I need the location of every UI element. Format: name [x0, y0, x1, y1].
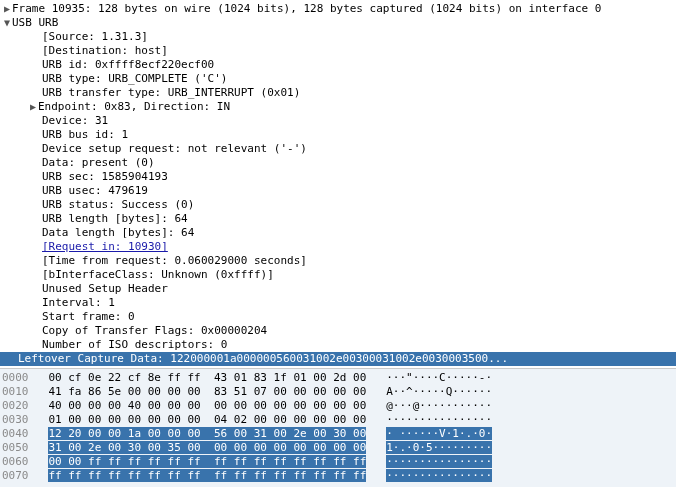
packet-details-tree[interactable]: Frame 10935: 128 bytes on wire (1024 bit…: [0, 0, 676, 368]
destination-row[interactable]: [Destination: host]: [0, 44, 676, 58]
hex-row[interactable]: 0060 00 00 ff ff ff ff ff ff ff ff ff ff…: [2, 455, 676, 469]
urb-id-row[interactable]: URB id: 0xffff8ecf220ecf00: [0, 58, 676, 72]
hex-row[interactable]: 0050 31 00 2e 00 30 00 35 00 00 00 00 00…: [2, 441, 676, 455]
hex-ascii: 1·.·0·5·········: [386, 441, 492, 454]
hex-ascii: ················: [386, 455, 492, 468]
num-iso-row[interactable]: Number of ISO descriptors: 0: [0, 338, 676, 352]
hex-ascii: @···@···········: [386, 399, 492, 412]
data-present-row[interactable]: Data: present (0): [0, 156, 676, 170]
hex-bytes[interactable]: ff ff ff ff ff ff ff ff ff ff ff ff ff f…: [48, 469, 366, 482]
urb-status-row[interactable]: URB status: Success (0): [0, 198, 676, 212]
copy-flags-row[interactable]: Copy of Transfer Flags: 0x00000204: [0, 324, 676, 338]
hex-ascii: ···"····C·····-·: [386, 371, 492, 384]
hex-bytes[interactable]: 41 fa 86 5e 00 00 00 00 83 51 07 00 00 0…: [48, 385, 366, 398]
time-from-request-row[interactable]: [Time from request: 0.060029000 seconds]: [0, 254, 676, 268]
usb-urb-row[interactable]: USB URB: [0, 16, 676, 30]
frame-summary: Frame 10935: 128 bytes on wire (1024 bit…: [12, 2, 601, 15]
start-frame-row[interactable]: Start frame: 0: [0, 310, 676, 324]
hex-row[interactable]: 0010 41 fa 86 5e 00 00 00 00 83 51 07 00…: [2, 385, 676, 399]
urb-usec-row[interactable]: URB usec: 479619: [0, 184, 676, 198]
hex-offset: 0010: [2, 385, 29, 398]
hex-row[interactable]: 0070 ff ff ff ff ff ff ff ff ff ff ff ff…: [2, 469, 676, 483]
urb-length-row[interactable]: URB length [bytes]: 64: [0, 212, 676, 226]
interval-row[interactable]: Interval: 1: [0, 296, 676, 310]
hex-bytes[interactable]: 01 00 00 00 00 00 00 00 04 02 00 00 00 0…: [48, 413, 366, 426]
hex-offset: 0040: [2, 427, 29, 440]
hex-bytes[interactable]: 00 00 ff ff ff ff ff ff ff ff ff ff ff f…: [48, 455, 366, 468]
hex-ascii: ················: [386, 413, 492, 426]
source-row[interactable]: [Source: 1.31.3]: [0, 30, 676, 44]
urb-type-row[interactable]: URB type: URB_COMPLETE ('C'): [0, 72, 676, 86]
request-in-link[interactable]: [Request in: 10930]: [42, 240, 168, 253]
hex-offset: 0000: [2, 371, 29, 384]
leftover-data-row[interactable]: Leftover Capture Data: 122000001a0000005…: [0, 352, 676, 366]
hex-bytes[interactable]: 31 00 2e 00 30 00 35 00 00 00 00 00 00 0…: [48, 441, 366, 454]
urb-sec-row[interactable]: URB sec: 1585904193: [0, 170, 676, 184]
endpoint-row[interactable]: Endpoint: 0x83, Direction: IN: [0, 100, 676, 114]
expand-icon[interactable]: [28, 100, 38, 114]
unused-setup-row[interactable]: Unused Setup Header: [0, 282, 676, 296]
expand-icon[interactable]: [2, 2, 12, 16]
data-length-row[interactable]: Data length [bytes]: 64: [0, 226, 676, 240]
hex-bytes[interactable]: 40 00 00 00 40 00 00 00 00 00 00 00 00 0…: [48, 399, 366, 412]
hex-ascii: · ······V·1·.·0·: [386, 427, 492, 440]
frame-summary-row[interactable]: Frame 10935: 128 bytes on wire (1024 bit…: [0, 2, 676, 16]
hex-bytes[interactable]: 12 20 00 00 1a 00 00 00 56 00 31 00 2e 0…: [48, 427, 366, 440]
hex-row[interactable]: 0000 00 cf 0e 22 cf 8e ff ff 43 01 83 1f…: [2, 371, 676, 385]
hex-bytes[interactable]: 00 cf 0e 22 cf 8e ff ff 43 01 83 1f 01 0…: [48, 371, 366, 384]
device-setup-row[interactable]: Device setup request: not relevant ('-'): [0, 142, 676, 156]
binterface-class-row[interactable]: [bInterfaceClass: Unknown (0xffff)]: [0, 268, 676, 282]
hex-offset: 0050: [2, 441, 29, 454]
usb-urb-label: USB URB: [12, 16, 58, 29]
hex-offset: 0070: [2, 469, 29, 482]
hex-ascii: A··^·····Q······: [386, 385, 492, 398]
hex-dump-pane[interactable]: 0000 00 cf 0e 22 cf 8e ff ff 43 01 83 1f…: [0, 368, 676, 487]
urb-transfer-type-row[interactable]: URB transfer type: URB_INTERRUPT (0x01): [0, 86, 676, 100]
hex-offset: 0020: [2, 399, 29, 412]
request-in-row[interactable]: [Request in: 10930]: [0, 240, 676, 254]
hex-offset: 0060: [2, 455, 29, 468]
hex-ascii: ················: [386, 469, 492, 482]
device-row[interactable]: Device: 31: [0, 114, 676, 128]
hex-row[interactable]: 0030 01 00 00 00 00 00 00 00 04 02 00 00…: [2, 413, 676, 427]
collapse-icon[interactable]: [2, 16, 12, 30]
hex-offset: 0030: [2, 413, 29, 426]
urb-bus-id-row[interactable]: URB bus id: 1: [0, 128, 676, 142]
hex-row[interactable]: 0040 12 20 00 00 1a 00 00 00 56 00 31 00…: [2, 427, 676, 441]
hex-row[interactable]: 0020 40 00 00 00 40 00 00 00 00 00 00 00…: [2, 399, 676, 413]
